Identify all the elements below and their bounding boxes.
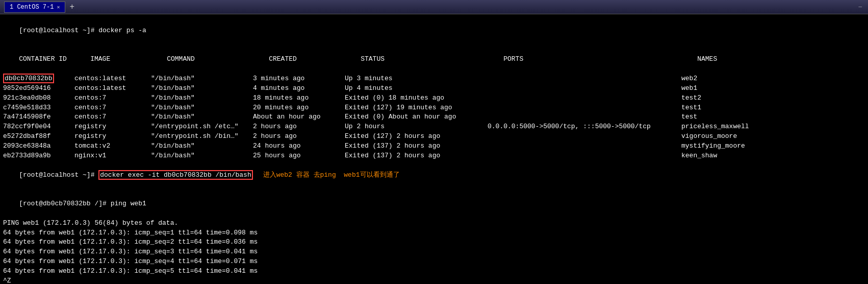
cmd1-text: docker ps -a [98, 27, 146, 34]
ping-line-2: 64 bytes from web1 (172.17.0.3): icmp_se… [3, 238, 865, 247]
table-row: 921c3ea0db08centos:7"/bin/bash"18 minute… [3, 93, 865, 103]
tab-close-icon[interactable]: ✕ [57, 4, 60, 10]
header-status: STATUS [361, 55, 503, 64]
table-row: e5272dbaf88fregistry"/entrypoint.sh /bin… [3, 132, 865, 141]
header-names: NAMES [697, 55, 717, 64]
table-row: 782ccf9f0e04registry"/entrypoint.sh /etc… [3, 122, 865, 132]
title-bar: 1 CentOS 7-1 ✕ + _ [0, 0, 868, 14]
header-image: IMAGE [90, 55, 167, 64]
header-command: COMMAND [167, 55, 269, 64]
ctrl-z-line: ^Z [3, 276, 865, 284]
header-ports: PORTS [503, 55, 697, 64]
ping-line-3: 64 bytes from web1 (172.17.0.3): icmp_se… [3, 247, 865, 257]
table-row: eb2733d89a9bnginx:v1"/bin/bash"25 hours … [3, 151, 865, 161]
annotation-text: 进入web2 容器 去ping web1可以看到通了 [263, 171, 400, 179]
command-line-1: [root@localhost ~]# docker ps -a [3, 16, 865, 45]
table-row: 9852ed569416centos:latest"/bin/bash"4 mi… [3, 84, 865, 93]
prompt-1: [root@localhost ~]# [19, 27, 98, 34]
table-row: db0cb70832bbcentos:latest"/bin/bash"3 mi… [3, 74, 865, 84]
header-container-id: CONTAINER ID [19, 55, 90, 64]
table-row: 2093ce63848atomcat:v2"/bin/bash"24 hours… [3, 141, 865, 151]
ping-header: PING web1 (172.17.0.3) 56(84) bytes of d… [3, 219, 865, 228]
table-header: CONTAINER IDIMAGECOMMANDCREATEDSTATUSPOR… [3, 45, 865, 75]
ping-command: ping web1 [111, 200, 146, 207]
prompt-2: [root@localhost ~]# [19, 171, 98, 179]
terminal-area[interactable]: [root@localhost ~]# docker ps -a CONTAIN… [0, 14, 868, 284]
ping-line-4: 64 bytes from web1 (172.17.0.3): icmp_se… [3, 257, 865, 267]
terminal-tab[interactable]: 1 CentOS 7-1 ✕ [4, 2, 65, 13]
table-row: 7a47145908fecentos:7"/bin/bash"About an … [3, 112, 865, 122]
table-row: c7459e518d33centos:7"/bin/bash"20 minute… [3, 103, 865, 113]
container-id-highlighted: db0cb70832bb [3, 74, 54, 83]
new-tab-button[interactable]: + [69, 3, 74, 11]
ping-line-5: 64 bytes from web1 (172.17.0.3): icmp_se… [3, 267, 865, 276]
tab-label: 1 CentOS 7-1 [10, 4, 54, 11]
header-created: CREATED [269, 55, 361, 64]
ping-line-1: 64 bytes from web1 (172.17.0.3): icmp_se… [3, 228, 865, 238]
exec-command: docker exec -it db0cb70832bb /bin/bash [98, 170, 252, 180]
minimize-button[interactable]: _ [858, 2, 862, 8]
prompt-3: [root@db0cb70832bb /]# [19, 200, 110, 207]
command-line-2: [root@localhost ~]# docker exec -it db0c… [3, 161, 865, 190]
command-line-3: [root@db0cb70832bb /]# ping web1 [3, 190, 865, 219]
